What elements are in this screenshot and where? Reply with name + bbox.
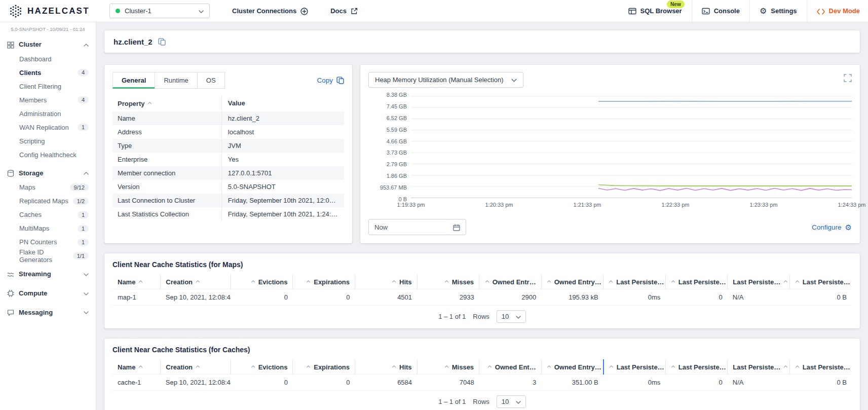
property-column-header[interactable]: Property bbox=[112, 95, 221, 111]
sidebar-section-cluster[interactable]: Cluster bbox=[0, 37, 96, 52]
sidebar-item-label: WAN Replication bbox=[19, 124, 69, 131]
near-cache-maps-table: NameCreationEvictionsExpirationsHitsMiss… bbox=[112, 274, 852, 306]
maps-page-size-select[interactable]: 10 bbox=[497, 310, 526, 323]
maps-header-4-hits[interactable]: Hits bbox=[355, 274, 418, 289]
count-badge: 1 bbox=[78, 124, 89, 131]
property-row: Last Connection to ClusterFriday, Septem… bbox=[112, 194, 344, 207]
maps-header-2-evictions[interactable]: Evictions bbox=[231, 274, 293, 289]
sidebar-item-administration[interactable]: Administration bbox=[0, 107, 96, 121]
table-cell: Sep 10, 2021, 12:08:46 bbox=[161, 289, 231, 306]
tab-general[interactable]: General bbox=[112, 72, 155, 89]
maps-header-0-name[interactable]: Name bbox=[112, 274, 161, 289]
tab-os[interactable]: OS bbox=[197, 72, 225, 89]
copy-icon[interactable] bbox=[158, 38, 166, 46]
y-tick-label: 7.45 GB bbox=[387, 103, 407, 109]
table-row[interactable]: cache-1Sep 10, 2021, 12:08:4600658470483… bbox=[112, 375, 852, 391]
time-picker-input[interactable]: Now bbox=[368, 219, 466, 235]
docs-link[interactable]: Docs bbox=[330, 7, 358, 15]
sidebar-section-label: Storage bbox=[19, 169, 43, 177]
sidebar-item-maps[interactable]: Maps9/12 bbox=[0, 180, 96, 194]
page-title-card: hz.client_2 bbox=[104, 30, 860, 53]
caches-header-0-name[interactable]: Name bbox=[112, 359, 161, 375]
cluster-status-dot bbox=[116, 9, 120, 13]
caches-header-1-creation[interactable]: Creation bbox=[161, 359, 231, 375]
sidebar-item-pn-counters[interactable]: PN Counters1 bbox=[0, 235, 96, 249]
property-value: JVM bbox=[221, 139, 344, 153]
dev-mode-button[interactable]: Dev Mode bbox=[807, 0, 868, 22]
caches-header-4-hits[interactable]: Hits bbox=[355, 359, 418, 375]
sidebar-item-members[interactable]: Members4 bbox=[0, 93, 96, 107]
maps-rows-label: Rows bbox=[473, 313, 489, 320]
caches-header-2-evictions[interactable]: Evictions bbox=[231, 359, 293, 375]
maps-header-7-owned-entry[interactable]: Owned Entry… bbox=[541, 274, 603, 289]
sidebar-section: Streaming bbox=[0, 267, 96, 282]
y-tick-label: 8.38 GB bbox=[387, 92, 407, 98]
sidebar-section-compute[interactable]: Compute bbox=[0, 286, 96, 301]
sidebar-item-dashboard[interactable]: Dashboard bbox=[0, 52, 96, 66]
cluster-connections-link[interactable]: Cluster Connections bbox=[232, 7, 308, 15]
hazelcast-logo[interactable]: HAZELCAST bbox=[9, 5, 98, 18]
sql-browser-icon bbox=[628, 7, 636, 15]
maps-header-11-last-persiste[interactable]: Last Persiste… bbox=[789, 274, 852, 289]
sidebar-item-label: Client Filtering bbox=[19, 83, 61, 90]
metric-selector-dropdown[interactable]: Heap Memory Utilization (Manual Selectio… bbox=[368, 72, 523, 88]
plot-area bbox=[411, 95, 852, 199]
maps-header-9-last-persiste[interactable]: Last Persiste… bbox=[665, 274, 728, 289]
maps-header-5-misses[interactable]: Misses bbox=[417, 274, 479, 289]
sidebar-item-multimaps[interactable]: MultiMaps1 bbox=[0, 221, 96, 235]
sql-browser-button[interactable]: New SQL Browser bbox=[619, 0, 692, 22]
table-cell: N/A bbox=[728, 375, 790, 391]
copy-button[interactable]: Copy bbox=[317, 77, 344, 85]
caches-header-7-owned-entry[interactable]: Owned Entry… bbox=[541, 359, 603, 375]
count-badge: 9/12 bbox=[70, 184, 89, 191]
sidebar-item-scripting[interactable]: Scripting bbox=[0, 134, 96, 148]
maps-header-3-expirations[interactable]: Expirations bbox=[293, 274, 355, 289]
maps-header-1-creation[interactable]: Creation bbox=[161, 274, 231, 289]
gear-icon: ⚙ bbox=[845, 223, 852, 231]
maps-header-6-owned-entr[interactable]: Owned Entr… bbox=[479, 274, 542, 289]
property-row: Last Statistics CollectionFriday, Septem… bbox=[112, 207, 344, 221]
maps-header-8-last-persiste[interactable]: Last Persiste… bbox=[603, 274, 666, 289]
sort-caret-icon bbox=[444, 362, 449, 370]
table-row[interactable]: map-1Sep 10, 2021, 12:08:460045012933290… bbox=[112, 289, 852, 306]
sidebar-item-caches[interactable]: Caches1 bbox=[0, 208, 96, 221]
sidebar-item-client-filtering[interactable]: Client Filtering bbox=[0, 80, 96, 93]
sidebar-section-storage[interactable]: Storage bbox=[0, 166, 96, 181]
configure-button[interactable]: Configure ⚙ bbox=[812, 223, 852, 231]
property-value: Yes bbox=[221, 153, 344, 166]
sort-caret-icon bbox=[671, 277, 675, 285]
settings-button[interactable]: ⚙ Settings bbox=[750, 0, 807, 22]
sidebar-item-label: Replicated Maps bbox=[19, 197, 68, 205]
sort-caret-icon bbox=[392, 277, 396, 285]
sidebar-item-flake-id-generators[interactable]: Flake ID Generators1/1 bbox=[0, 249, 96, 263]
caches-header-10-last-persiste[interactable]: Last Persiste… bbox=[728, 359, 790, 375]
sidebar-item-replicated-maps[interactable]: Replicated Maps1/2 bbox=[0, 194, 96, 208]
caches-header-6-owned-ent[interactable]: Owned Ent… bbox=[479, 359, 542, 375]
expand-icon[interactable] bbox=[844, 73, 852, 82]
caches-header-11-last-persiste[interactable]: Last Persiste… bbox=[789, 359, 852, 375]
table-cell: 2900 bbox=[479, 289, 542, 306]
sidebar-section-streaming[interactable]: Streaming bbox=[0, 267, 96, 282]
caches-header-5-misses[interactable]: Misses bbox=[417, 359, 479, 375]
sidebar-item-label: Scripting bbox=[19, 137, 45, 145]
sidebar-item-config-healthcheck[interactable]: Config Healthcheck bbox=[0, 148, 96, 162]
maps-header-10-last-persiste[interactable]: Last Persiste… bbox=[728, 274, 790, 289]
sidebar-item-wan-replication[interactable]: WAN Replication1 bbox=[0, 121, 96, 134]
caches-rows-label: Rows bbox=[473, 398, 489, 405]
x-tick-label: 1:22:33 pm bbox=[661, 202, 689, 208]
console-button[interactable]: Console bbox=[692, 0, 749, 22]
property-name: Name bbox=[112, 111, 221, 125]
caches-header-3-expirations[interactable]: Expirations bbox=[293, 359, 355, 375]
caches-header-8-last-persiste[interactable]: Last Persiste… bbox=[603, 359, 666, 375]
count-badge: 1 bbox=[78, 211, 89, 218]
app-root: HAZELCAST Cluster-1 Cluster Connections … bbox=[0, 0, 868, 410]
caches-header-9-last-persiste[interactable]: Last Persiste… bbox=[665, 359, 728, 375]
caches-page-size-select[interactable]: 10 bbox=[497, 395, 526, 408]
table-cell: 0 bbox=[665, 375, 728, 391]
sort-caret-icon bbox=[795, 277, 800, 285]
sidebar-item-clients[interactable]: Clients4 bbox=[0, 66, 96, 80]
cluster-selector-dropdown[interactable]: Cluster-1 bbox=[109, 4, 210, 18]
sidebar-section-messaging[interactable]: Messaging bbox=[0, 305, 96, 320]
tab-runtime[interactable]: Runtime bbox=[155, 72, 197, 89]
y-axis-labels: 8.38 GB7.45 GB6.52 GB5.59 GB4.66 GB3.73 … bbox=[368, 92, 407, 202]
